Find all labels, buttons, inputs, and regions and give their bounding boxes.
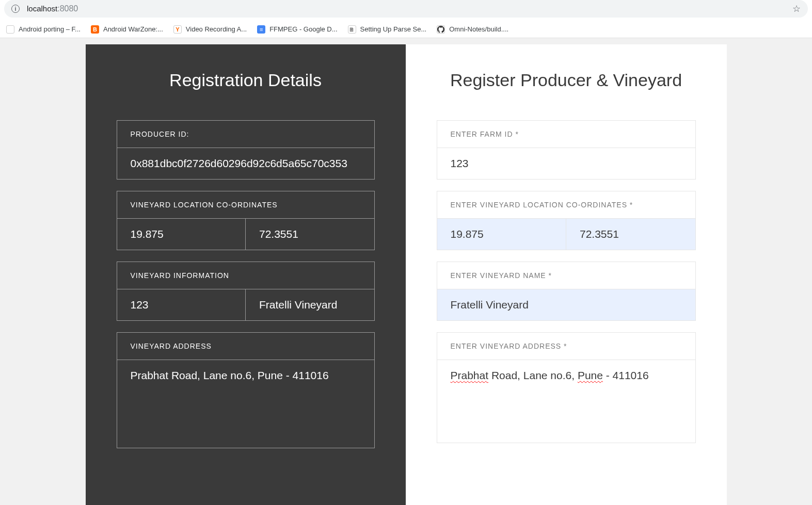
vineyard-address-group: ENTER VINEYARD ADDRESS * Prabhat Road, L… bbox=[437, 332, 696, 443]
coordinates-block: VINEYARD LOCATION CO-ORDINATES 19.875 72… bbox=[117, 191, 375, 250]
bookmark-label: FFMPEG - Google D... bbox=[269, 25, 337, 33]
vineyard-info-label: VINEYARD INFORMATION bbox=[117, 262, 374, 289]
vineyard-name-value: Fratelli Vineyard bbox=[246, 289, 374, 320]
browser-address-bar[interactable]: i localhost:8080 ☆ bbox=[4, 0, 808, 18]
coordinates-group: ENTER VINEYARD LOCATION CO-ORDINATES * bbox=[437, 191, 696, 250]
url-port: :8080 bbox=[57, 4, 78, 13]
bookmark-label: Android porting – F... bbox=[19, 25, 81, 33]
bookmark-label: Video Recording A... bbox=[186, 25, 247, 33]
farm-id-group: ENTER FARM ID * bbox=[437, 120, 696, 180]
vineyard-address-input-label: ENTER VINEYARD ADDRESS * bbox=[437, 333, 695, 360]
farm-id-input[interactable] bbox=[437, 148, 695, 179]
vineyard-info-block: VINEYARD INFORMATION 123 Fratelli Vineya… bbox=[117, 262, 375, 321]
producer-id-block: PRODUCER ID: 0x881dbc0f2726d60296d92c6d5… bbox=[117, 120, 375, 180]
coordinates-input-label: ENTER VINEYARD LOCATION CO-ORDINATES * bbox=[437, 191, 695, 219]
register-form-panel: Register Producer & Vineyard ENTER FARM … bbox=[406, 44, 727, 505]
latitude-input[interactable] bbox=[437, 219, 567, 250]
producer-id-label: PRODUCER ID: bbox=[117, 121, 374, 148]
bookmark-item-3[interactable]: ≡FFMPEG - Google D... bbox=[257, 25, 337, 34]
farm-id-input-label: ENTER FARM ID * bbox=[437, 121, 695, 148]
producer-id-value: 0x881dbc0f2726d60296d92c6d5a65c70c353 bbox=[117, 148, 374, 179]
bookmark-label: Setting Up Parse Se... bbox=[360, 25, 427, 33]
bookmark-label: Android WarZone:... bbox=[103, 25, 163, 33]
url-host: localhost bbox=[27, 4, 57, 13]
bookmark-item-2[interactable]: YVideo Recording A... bbox=[173, 25, 247, 34]
bookmark-icon: 🗎 bbox=[348, 25, 356, 34]
bookmark-icon: Y bbox=[173, 25, 182, 34]
farm-id-value: 123 bbox=[117, 289, 246, 320]
bookmark-item-4[interactable]: 🗎Setting Up Parse Se... bbox=[348, 25, 427, 34]
longitude-value: 72.3551 bbox=[246, 219, 374, 250]
bookmark-icon bbox=[6, 25, 14, 34]
url-text: localhost:8080 bbox=[27, 4, 78, 13]
main-container: Registration Details PRODUCER ID: 0x881d… bbox=[86, 44, 727, 505]
register-form-title: Register Producer & Vineyard bbox=[437, 70, 696, 90]
bookmark-icon bbox=[437, 25, 445, 34]
bookmark-icon: ≡ bbox=[257, 25, 265, 34]
bookmark-label: Omni-Notes/build.... bbox=[449, 25, 508, 33]
bookmark-item-5[interactable]: Omni-Notes/build.... bbox=[437, 25, 508, 34]
bookmark-item-0[interactable]: Android porting – F... bbox=[6, 25, 81, 34]
vineyard-name-input-label: ENTER VINEYARD NAME * bbox=[437, 262, 695, 289]
bookmark-item-1[interactable]: BAndroid WarZone:... bbox=[91, 25, 163, 34]
vineyard-address-input[interactable]: Prabhat Road, Lane no.6, Pune - 411016 bbox=[437, 360, 695, 443]
bookmarks-bar: Android porting – F...BAndroid WarZone:.… bbox=[0, 21, 812, 38]
bookmark-star-icon[interactable]: ☆ bbox=[792, 3, 801, 14]
vineyard-name-input[interactable] bbox=[437, 289, 695, 320]
registration-details-title: Registration Details bbox=[117, 70, 375, 90]
vineyard-address-block: VINEYARD ADDRESS Prabhat Road, Lane no.6… bbox=[117, 332, 375, 448]
bookmark-icon: B bbox=[91, 25, 99, 34]
coordinates-label: VINEYARD LOCATION CO-ORDINATES bbox=[117, 191, 374, 219]
longitude-input[interactable] bbox=[566, 219, 695, 250]
vineyard-address-value: Prabhat Road, Lane no.6, Pune - 411016 bbox=[117, 360, 374, 448]
page-body: Registration Details PRODUCER ID: 0x881d… bbox=[0, 38, 812, 505]
vineyard-address-label: VINEYARD ADDRESS bbox=[117, 333, 374, 360]
registration-details-panel: Registration Details PRODUCER ID: 0x881d… bbox=[86, 44, 406, 505]
vineyard-name-group: ENTER VINEYARD NAME * bbox=[437, 262, 696, 321]
latitude-value: 19.875 bbox=[117, 219, 246, 250]
site-info-icon[interactable]: i bbox=[11, 5, 20, 13]
